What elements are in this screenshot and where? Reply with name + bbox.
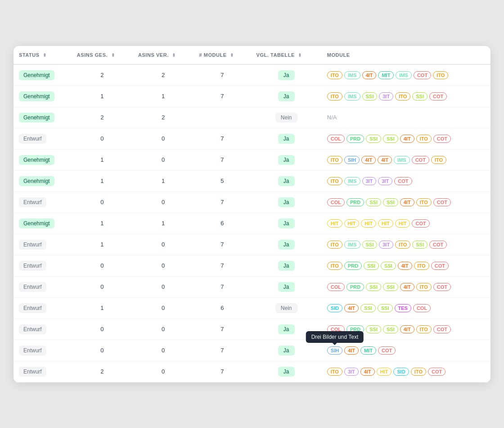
vgl-badge: Ja: [278, 219, 295, 228]
status-badge: Entwurf: [19, 197, 46, 207]
module-tag: 4IT: [344, 346, 359, 355]
module-tag: ITO: [327, 92, 342, 100]
vgl-badge: Ja: [278, 70, 295, 80]
asins-ver-cell: 0: [133, 340, 194, 361]
module-tag: ITO: [433, 71, 448, 79]
module-tag: 4IT: [378, 156, 392, 164]
col-header-vgl-tabelle[interactable]: VGL. TABELLE ⬍: [251, 46, 322, 64]
status-cell: Entwurf: [14, 191, 72, 213]
module-tag: ITO: [395, 241, 410, 249]
vgl-badge: Ja: [278, 282, 295, 292]
status-badge: Genehmigt: [19, 219, 54, 228]
asins-ver-cell: 0: [133, 319, 194, 340]
table-row: Genehmigt107JaITOSIH4IT4ITIMSCOTITO: [14, 149, 490, 170]
module-tag: ITO: [395, 92, 410, 100]
module-tag: 4IT: [400, 325, 414, 333]
asins-ges-cell: 1: [72, 86, 133, 107]
module-tag: COL: [327, 198, 345, 206]
asins-ver-cell: 1: [133, 86, 194, 107]
col-header-module-count[interactable]: # MODULE ⬍: [194, 46, 251, 64]
asins-ges-cell: 0: [72, 340, 133, 361]
module-tag: COT: [433, 325, 451, 333]
module-tag: COT: [428, 368, 446, 376]
module-tag: SIH: [327, 346, 342, 355]
module-tag: HIT: [327, 219, 342, 228]
vgl-badge: Ja: [278, 324, 295, 334]
module-tag: 3IT: [344, 368, 359, 376]
tooltip-wrapper: Drei Bilder und TextSIH: [327, 346, 342, 355]
modules-cell: ITOPRDSSISSI4ITITOCOT: [322, 255, 490, 276]
module-tag: IMS: [394, 156, 410, 164]
module-tag: SSI: [364, 262, 379, 270]
module-tag: HIT: [378, 219, 393, 228]
module-tag: ITO: [416, 325, 432, 333]
module-tag: SSI: [366, 198, 381, 206]
vgl-tabelle-cell: Ja: [251, 213, 322, 234]
module-tag: 4IT: [362, 71, 377, 79]
modules-cell: ITOIMS3IT3ITCOT: [322, 170, 490, 191]
module-tag: COL: [327, 135, 345, 143]
vgl-badge: Ja: [278, 155, 295, 165]
asins-ges-cell: 1: [72, 213, 133, 234]
col-header-asins-ver[interactable]: ASINS VER. ⬍: [133, 46, 194, 64]
status-badge: Entwurf: [19, 134, 46, 144]
module-count-cell: 7: [194, 340, 251, 361]
module-tag: COL: [327, 325, 345, 333]
module-tag: ITO: [327, 71, 342, 79]
asins-ges-cell: 1: [72, 234, 133, 255]
module-tag: ITO: [416, 198, 432, 206]
status-badge: Genehmigt: [19, 176, 54, 186]
main-card: STATUS ⬍ ASINS GES. ⬍ ASINS VER. ⬍ # MOD…: [14, 46, 490, 382]
modules-cell: COLPRDSSISSI4ITITOCOT: [322, 276, 490, 297]
asins-ges-cell: 2: [72, 107, 133, 128]
module-tag: SSI: [383, 135, 398, 143]
modules-cell: SID4ITSSISSITESCOL: [322, 297, 490, 319]
asins-ver-cell: 0: [133, 234, 194, 255]
status-badge: Genehmigt: [19, 155, 54, 165]
asins-ver-cell: 0: [133, 191, 194, 213]
status-cell: Entwurf: [14, 361, 72, 382]
asins-ges-cell: 1: [72, 149, 133, 170]
status-badge: Entwurf: [19, 261, 46, 271]
module-tag: TES: [395, 304, 411, 312]
table-row: Entwurf106NeinSID4ITSSISSITESCOL: [14, 297, 490, 319]
module-tag: 3IT: [379, 92, 393, 100]
sort-icon-asins-ges: ⬍: [111, 53, 115, 58]
table-row: Entwurf107JaITOIMSSSI3ITITOSSICOT: [14, 234, 490, 255]
module-tag: IMS: [344, 241, 360, 249]
status-badge: Entwurf: [19, 324, 46, 334]
module-tag: PRD: [346, 198, 364, 206]
module-count-cell: [194, 107, 251, 128]
module-tag: COT: [394, 177, 412, 185]
module-tag: PRD: [346, 135, 364, 143]
module-tag: 4IT: [400, 198, 414, 206]
module-count-cell: 7: [194, 276, 251, 297]
module-tag: SID: [393, 368, 409, 376]
vgl-tabelle-cell: Ja: [251, 149, 322, 170]
asins-ges-cell: 0: [72, 191, 133, 213]
table-row: Genehmigt116JaHITHITHITHITHITCOT: [14, 213, 490, 234]
module-tag: ITO: [327, 368, 342, 376]
module-tag: PRD: [346, 283, 364, 291]
vgl-badge: Nein: [275, 113, 297, 123]
status-cell: Genehmigt: [14, 107, 72, 128]
modules-cell: COLPRDSSISSI4ITITOCOT: [322, 128, 490, 149]
module-tag: IMS: [344, 177, 360, 185]
module-tag: 3IT: [362, 177, 377, 185]
sort-icon-module-count: ⬍: [230, 53, 234, 58]
table-row: Genehmigt227JaITOIMS4ITMITIMSCOTITO: [14, 64, 490, 86]
module-count-cell: 7: [194, 319, 251, 340]
modules-cell: ITOIMS4ITMITIMSCOTITO: [322, 64, 490, 86]
table-row: Genehmigt22NeinN/A: [14, 107, 490, 128]
module-tag: ITO: [414, 262, 429, 270]
module-count-cell: 7: [194, 86, 251, 107]
col-header-status[interactable]: STATUS ⬍: [14, 46, 72, 64]
table-row: Genehmigt115JaITOIMS3IT3ITCOT: [14, 170, 490, 191]
status-badge: Genehmigt: [19, 91, 54, 101]
status-badge: Genehmigt: [19, 113, 54, 123]
modules-cell: ITOIMSSSI3ITITOSSICOT: [322, 234, 490, 255]
asins-ver-cell: 1: [133, 170, 194, 191]
module-tag: ITO: [411, 368, 426, 376]
status-badge: Genehmigt: [19, 70, 54, 80]
col-header-asins-ges[interactable]: ASINS GES. ⬍: [72, 46, 133, 64]
